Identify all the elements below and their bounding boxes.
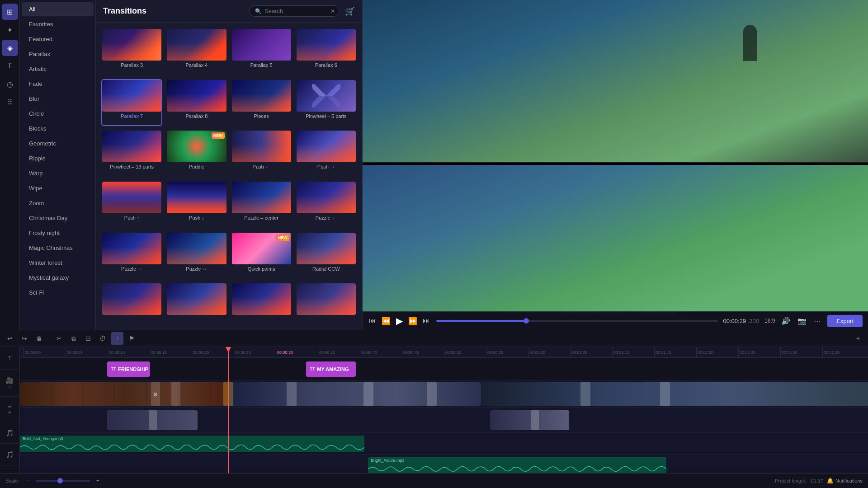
transition-marker-8[interactable]: [660, 382, 670, 406]
cat-parallax[interactable]: Parallax: [22, 47, 94, 61]
transition-marker-6[interactable]: [427, 382, 437, 406]
screenshot-icon[interactable]: 📷: [797, 316, 807, 326]
sidebar-icon-sparkle[interactable]: ✦: [2, 22, 18, 38]
transition-puzzle-center[interactable]: Puzzle – center: [231, 181, 292, 228]
transition-quick-palms[interactable]: NEW Quick palms: [231, 232, 292, 279]
transition-puzzle-right[interactable]: Puzzle →: [101, 232, 162, 279]
scale-decrease-button[interactable]: −: [23, 476, 32, 485]
transition-puzzle-ud[interactable]: Puzzle ↔: [166, 232, 227, 279]
copy-button[interactable]: ⧉: [67, 332, 80, 345]
transition-pinwheel13[interactable]: Pinwheel – 13 parts: [101, 130, 162, 177]
transition-row6-2[interactable]: [166, 282, 227, 324]
transition-parallax8[interactable]: Parallax 8: [166, 79, 227, 127]
transition-parallax3[interactable]: Parallax 3: [101, 28, 162, 75]
add-track-button[interactable]: +: [852, 332, 864, 345]
sidebar-icon-text[interactable]: T: [2, 58, 18, 74]
sidebar-icon-apps[interactable]: ⠿: [2, 94, 18, 110]
cat-blur[interactable]: Blur: [22, 92, 94, 106]
transition-marker-5[interactable]: [363, 382, 373, 406]
video-clip-1[interactable]: [20, 382, 228, 406]
search-clear-icon[interactable]: ✕: [330, 8, 335, 14]
transition-parallax4[interactable]: Parallax 4: [166, 28, 227, 75]
transition-radial-ccw[interactable]: Radial CCW: [296, 232, 357, 279]
text-clip-friendship[interactable]: TT FRIENDSHIP: [107, 361, 150, 377]
cat-artistic[interactable]: Artistic: [22, 62, 94, 76]
cat-winter-forest[interactable]: Winter forest: [22, 256, 94, 270]
transition-parallax7[interactable]: Parallax 7: [101, 79, 162, 127]
transition-parallax6[interactable]: Parallax 6: [296, 28, 357, 75]
transition-push-down[interactable]: Push ↓: [166, 181, 227, 228]
flag-button[interactable]: ⚑: [125, 332, 138, 345]
transition-push-right[interactable]: Push →: [296, 130, 357, 177]
timer-button[interactable]: ⏱: [96, 332, 109, 345]
transition-puddle[interactable]: NEW Puddle: [166, 130, 227, 177]
sidebar-icon-grid[interactable]: ⊞: [2, 4, 18, 20]
search-input[interactable]: [264, 8, 328, 14]
cat-fade[interactable]: Fade: [22, 77, 94, 91]
transition-parallax5[interactable]: Parallax 5: [231, 28, 292, 75]
cat-magic-christmas[interactable]: Magic Christmas: [22, 241, 94, 255]
transition-row6-4[interactable]: [296, 282, 357, 324]
cat-frosty-night[interactable]: Frosty night: [22, 226, 94, 240]
transition-marker-3[interactable]: [223, 382, 233, 406]
sidebar-icon-layers[interactable]: ◈: [2, 40, 18, 56]
more-options-icon[interactable]: ⋯: [813, 316, 822, 326]
transition-row6-3[interactable]: [231, 282, 292, 324]
cut-button[interactable]: ✂: [53, 332, 66, 345]
redo-button[interactable]: ↪: [18, 332, 31, 345]
sub-transition-2[interactable]: [531, 410, 539, 430]
timeline-scroll[interactable]: 00:00:00 00:00:05 00:00:10 00:00:15 00:0…: [20, 347, 868, 473]
cat-wipe[interactable]: Wipe: [22, 181, 94, 195]
delete-button[interactable]: 🗑: [33, 332, 45, 345]
split-button[interactable]: ⧘: [111, 332, 123, 345]
skip-start-button[interactable]: ⏮: [368, 316, 377, 326]
transition-pieces[interactable]: Pieces: [231, 79, 292, 127]
search-box[interactable]: 🔍 ✕: [249, 5, 340, 17]
transition-marker-2[interactable]: [171, 382, 180, 406]
transition-thumb-push-up: [102, 182, 161, 213]
audio-clip-2[interactable]: Bright_Future.mp3: [368, 457, 666, 473]
video-clip-3[interactable]: [481, 382, 868, 406]
cart-icon[interactable]: 🛒: [345, 6, 355, 16]
notifications-button[interactable]: 🔔 Notifications: [827, 478, 863, 484]
step-back-button[interactable]: ⏪: [381, 316, 392, 326]
cat-circle[interactable]: Circle: [22, 107, 94, 121]
cat-mystical-galaxy[interactable]: Mystical galaxy: [22, 271, 94, 285]
aspect-ratio[interactable]: 16:9: [764, 318, 775, 324]
sub-transition-1[interactable]: [149, 410, 157, 430]
scale-increase-button[interactable]: +: [94, 476, 103, 485]
cat-sci-fi[interactable]: Sci-Fi: [22, 286, 94, 300]
play-button[interactable]: ▶: [395, 314, 404, 327]
transition-marker-4[interactable]: [287, 382, 297, 406]
skip-end-button[interactable]: ⏭: [422, 316, 431, 326]
audio-clip-1[interactable]: Bold_And_Young.mp3: [20, 436, 364, 452]
cat-featured[interactable]: Featured: [22, 32, 94, 46]
transition-puzzle-left[interactable]: Puzzle ←: [296, 181, 357, 228]
transition-push-up[interactable]: Push ↑: [101, 181, 162, 228]
export-button[interactable]: Export: [827, 315, 863, 327]
cat-geometric[interactable]: Geometric: [22, 136, 94, 150]
cat-favorites[interactable]: Favorites: [22, 17, 94, 31]
cat-christmas-day[interactable]: Christmas Day: [22, 211, 94, 225]
volume-icon[interactable]: 🔊: [780, 316, 791, 326]
transition-push-left[interactable]: Push ←: [231, 130, 292, 177]
step-forward-button[interactable]: ⏩: [407, 316, 418, 326]
video-clip-2[interactable]: [228, 382, 481, 406]
cat-zoom[interactable]: Zoom: [22, 196, 94, 210]
transition-marker-7[interactable]: [580, 382, 590, 406]
cat-ripple[interactable]: Ripple: [22, 151, 94, 165]
text-clip-my-amazing[interactable]: TT MY AMAZING: [306, 361, 356, 377]
cat-warp[interactable]: Warp: [22, 166, 94, 180]
cat-blocks[interactable]: Blocks: [22, 122, 94, 136]
sub-clip-2[interactable]: [490, 410, 569, 430]
sidebar-icon-clock[interactable]: ◷: [2, 76, 18, 92]
timeline-progress-bar[interactable]: [436, 320, 718, 322]
cat-all[interactable]: All: [22, 2, 94, 16]
crop-button[interactable]: ⊡: [82, 332, 94, 345]
transition-pinwheel5[interactable]: Pinwheel – 5 parts: [296, 79, 357, 127]
transition-marker-1[interactable]: ⊠: [151, 382, 160, 406]
video-frame-bottom: [363, 165, 868, 311]
transition-row6-1[interactable]: [101, 282, 162, 324]
undo-button[interactable]: ↩: [4, 332, 16, 345]
scale-slider[interactable]: [36, 480, 90, 482]
